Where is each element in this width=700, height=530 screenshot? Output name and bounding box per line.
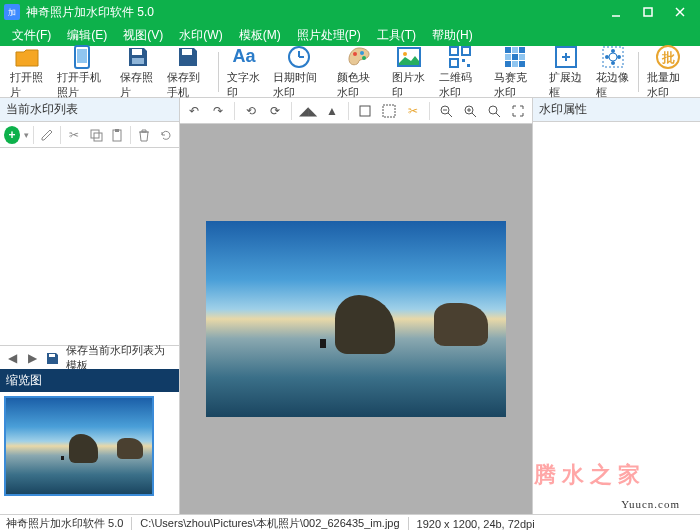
paste-button[interactable] xyxy=(108,125,126,145)
mosaic-wm-button[interactable]: 马赛克水印 xyxy=(488,42,543,102)
main-area: 当前水印列表 + ▾ ✂ ◀ ▶ 保存当前水印列表为模板 缩览图 xyxy=(0,98,700,514)
svg-rect-19 xyxy=(450,59,458,67)
save-phone-button[interactable]: 保存到手机 xyxy=(161,42,216,102)
svg-rect-41 xyxy=(94,133,102,141)
titlebar: 加 神奇照片加水印软件 5.0 xyxy=(0,0,700,24)
refresh-button[interactable] xyxy=(157,125,175,145)
site-watermark: Yuucn.com xyxy=(621,498,680,510)
batch-icon: 批 xyxy=(654,44,682,70)
status-info: 1920 x 1200, 24b, 72dpi xyxy=(417,518,535,530)
undo-button[interactable]: ↶ xyxy=(184,101,204,121)
separator xyxy=(33,126,34,144)
next-button[interactable]: ▶ xyxy=(24,349,40,367)
mosaic-icon xyxy=(501,44,529,70)
separator xyxy=(131,517,132,531)
rotate-left-button[interactable]: ⟲ xyxy=(241,101,261,121)
right-panel: 水印属性 xyxy=(532,98,700,514)
main-toolbar: 打开照片 打开手机照片 保存照片 保存到手机 Aa文字水印 日期时间水印 颜色块… xyxy=(0,46,700,98)
fit-button[interactable] xyxy=(355,101,375,121)
status-path: C:\Users\zhou\Pictures\本机照片\002_626435_i… xyxy=(140,516,399,530)
open-phone-button[interactable]: 打开手机照片 xyxy=(51,42,115,102)
folder-icon xyxy=(13,44,41,70)
frame-button[interactable]: 花边像框 xyxy=(590,42,637,102)
image-wm-button[interactable]: 图片水印 xyxy=(386,42,433,102)
zoom-in-button[interactable] xyxy=(460,101,480,121)
color-wm-button[interactable]: 颜色块水印 xyxy=(331,42,386,102)
thumbnail[interactable] xyxy=(4,396,154,496)
svg-rect-24 xyxy=(519,47,525,53)
save-icon xyxy=(124,44,152,70)
svg-point-35 xyxy=(611,61,615,65)
separator xyxy=(291,102,292,120)
svg-rect-27 xyxy=(519,54,525,60)
zoom-fit-button[interactable] xyxy=(484,101,504,121)
separator xyxy=(429,102,430,120)
separator xyxy=(408,517,409,531)
svg-point-36 xyxy=(605,55,609,59)
svg-rect-29 xyxy=(512,61,518,67)
svg-rect-6 xyxy=(132,49,142,55)
separator xyxy=(234,102,235,120)
svg-text:批: 批 xyxy=(661,50,675,65)
maximize-button[interactable] xyxy=(632,0,664,24)
edit-wm-button[interactable] xyxy=(38,125,56,145)
datetime-wm-button[interactable]: 日期时间水印 xyxy=(267,42,331,102)
redo-button[interactable]: ↷ xyxy=(208,101,228,121)
flower-icon xyxy=(599,44,627,70)
text-wm-button[interactable]: Aa文字水印 xyxy=(221,42,268,102)
center-panel: ↶ ↷ ⟲ ⟳ ◢◣ ▲ ✂ xyxy=(180,98,532,514)
thumb-header: 缩览图 xyxy=(0,369,179,392)
image-icon xyxy=(395,44,423,70)
svg-rect-22 xyxy=(505,47,511,53)
svg-rect-18 xyxy=(462,47,470,55)
batch-button[interactable]: 批批量加水印 xyxy=(641,42,696,102)
separator xyxy=(130,126,131,144)
wm-list[interactable] xyxy=(0,148,179,345)
minimize-button[interactable] xyxy=(600,0,632,24)
svg-rect-45 xyxy=(360,106,370,116)
svg-line-49 xyxy=(448,113,452,117)
crop-button[interactable]: ✂ xyxy=(403,101,423,121)
svg-rect-21 xyxy=(467,64,470,67)
svg-rect-5 xyxy=(77,49,87,63)
svg-point-12 xyxy=(353,52,357,56)
rotate-right-button[interactable]: ⟳ xyxy=(265,101,285,121)
left-panel: 当前水印列表 + ▾ ✂ ◀ ▶ 保存当前水印列表为模板 缩览图 xyxy=(0,98,180,514)
save-tmpl-label[interactable]: 保存当前水印列表为模板 xyxy=(66,343,175,373)
svg-rect-28 xyxy=(505,61,511,67)
zoom-out-button[interactable] xyxy=(436,101,456,121)
nav-row: ◀ ▶ 保存当前水印列表为模板 xyxy=(0,345,179,369)
phone-save-icon xyxy=(174,44,202,70)
svg-point-14 xyxy=(362,56,366,60)
border-button[interactable]: 扩展边框 xyxy=(543,42,590,102)
add-wm-button[interactable]: + xyxy=(4,126,20,144)
main-image[interactable] xyxy=(206,221,506,417)
statusbar: 神奇照片加水印软件 5.0 C:\Users\zhou\Pictures\本机照… xyxy=(0,514,700,530)
open-photo-button[interactable]: 打开照片 xyxy=(4,42,51,102)
fullscreen-button[interactable] xyxy=(508,101,528,121)
save-tmpl-icon[interactable] xyxy=(44,349,60,367)
qr-icon xyxy=(446,44,474,70)
svg-point-16 xyxy=(403,52,407,56)
properties-header: 水印属性 xyxy=(533,98,700,122)
save-photo-button[interactable]: 保存照片 xyxy=(114,42,161,102)
dropdown-icon[interactable]: ▾ xyxy=(24,130,29,140)
actual-button[interactable] xyxy=(379,101,399,121)
svg-point-34 xyxy=(611,49,615,53)
flip-h-button[interactable]: ◢◣ xyxy=(298,101,318,121)
toolbar-separator xyxy=(218,52,219,92)
delete-button[interactable] xyxy=(135,125,153,145)
cut-button[interactable]: ✂ xyxy=(65,125,83,145)
close-button[interactable] xyxy=(664,0,696,24)
border-icon xyxy=(552,44,580,70)
wm-list-header: 当前水印列表 xyxy=(0,98,179,122)
copy-button[interactable] xyxy=(87,125,105,145)
palette-icon xyxy=(345,44,373,70)
toolbar-separator xyxy=(638,52,639,92)
qr-wm-button[interactable]: 二维码水印 xyxy=(433,42,488,102)
prev-button[interactable]: ◀ xyxy=(4,349,20,367)
flip-v-button[interactable]: ▲ xyxy=(322,101,342,121)
canvas-area[interactable] xyxy=(180,124,532,514)
svg-rect-23 xyxy=(512,47,518,53)
thumb-area xyxy=(0,392,179,514)
